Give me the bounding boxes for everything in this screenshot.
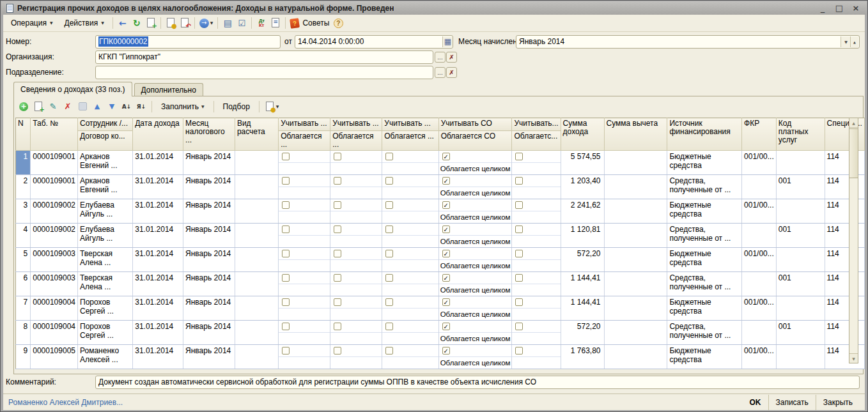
cell-code[interactable]: 001 — [776, 272, 825, 296]
cell-cso[interactable]: ✓Облагается целиком — [438, 224, 512, 248]
cell-date[interactable]: 31.01.2014 — [133, 199, 183, 224]
sort-asc-button[interactable]: А↓ — [120, 100, 133, 114]
help-button[interactable]: ? — [332, 16, 345, 30]
cell-tab[interactable]: 0000109003 — [31, 272, 78, 296]
cell-c1[interactable] — [279, 224, 330, 248]
cell-calc[interactable] — [235, 345, 278, 369]
checkbox-c2[interactable] — [334, 274, 341, 282]
checkbox-c1[interactable] — [282, 250, 290, 257]
cell-c5[interactable] — [512, 151, 561, 175]
cell-fkr[interactable] — [742, 175, 777, 199]
cell-spec[interactable]: 114 — [825, 345, 864, 369]
cancel-posting-button[interactable]: ↶ — [178, 16, 191, 30]
cell-src[interactable]: Средства, полученные от ... — [667, 175, 742, 199]
cell-month[interactable]: Январь 2014 — [183, 151, 235, 175]
checkbox-c2[interactable] — [334, 153, 341, 160]
cell-code[interactable] — [776, 151, 825, 175]
cell-src[interactable]: Средства, полученные от ... — [667, 272, 742, 296]
cell-month[interactable]: Январь 2014 — [183, 248, 235, 272]
organization-clear-icon[interactable]: ✗ — [446, 52, 457, 63]
close-button[interactable]: Закрыть — [816, 395, 860, 410]
department-select-button[interactable]: ... — [435, 67, 446, 78]
cell-emp[interactable]: Арканов Евгений ... — [78, 151, 133, 175]
checkbox-c1[interactable] — [282, 153, 290, 160]
add-row-button[interactable]: + — [17, 100, 30, 114]
checkbox-c3[interactable] — [385, 225, 393, 233]
cell-c5[interactable] — [512, 296, 561, 321]
cell-c3[interactable] — [382, 151, 438, 175]
cell-calc[interactable] — [235, 296, 278, 321]
checkbox-c5[interactable] — [515, 298, 523, 306]
checkbox-c5[interactable] — [515, 177, 523, 185]
cell-month[interactable]: Январь 2014 — [183, 272, 235, 296]
scroll-down-icon[interactable]: ▼ — [849, 353, 858, 363]
cell-c2[interactable] — [330, 151, 382, 175]
cell-c2[interactable] — [330, 272, 382, 296]
checkbox-cso[interactable]: ✓ — [442, 201, 450, 209]
checkbox-c1[interactable] — [282, 201, 290, 209]
move-down-button[interactable]: ▼ — [105, 100, 118, 114]
checkbox-c3[interactable] — [385, 250, 393, 257]
cell-ded[interactable] — [604, 224, 667, 248]
cell-src[interactable]: Бюджетные средства — [667, 199, 742, 224]
cell-calc[interactable] — [235, 321, 278, 345]
move-up-button[interactable]: ▲ — [91, 100, 104, 114]
cell-sum[interactable]: 1 203,40 — [561, 175, 604, 199]
department-field[interactable] — [95, 66, 433, 79]
cell-cso[interactable]: ✓Облагается целиком — [438, 296, 512, 321]
cell-fkr[interactable] — [742, 224, 777, 248]
cell-calc[interactable] — [235, 151, 278, 175]
cell-date[interactable]: 31.01.2014 — [133, 224, 183, 248]
checkbox-c1[interactable] — [282, 347, 290, 355]
calendar-icon[interactable]: ▦ — [442, 36, 453, 47]
comment-field[interactable]: Документ создан автоматически сервисной … — [95, 376, 860, 389]
operation-menu-button[interactable]: Операция ▼ — [6, 16, 58, 30]
cell-c2[interactable] — [330, 345, 382, 369]
row-number-cell[interactable]: 7 — [16, 296, 31, 321]
cell-tab[interactable]: 0000109001 — [31, 151, 78, 175]
cell-c5[interactable] — [512, 199, 561, 224]
cell-c3[interactable] — [382, 296, 438, 321]
row-number-cell[interactable]: 3 — [16, 199, 31, 224]
row-number-cell[interactable]: 8 — [16, 321, 31, 345]
cell-month[interactable]: Январь 2014 — [183, 296, 235, 321]
cell-tab[interactable]: 0000109004 — [31, 296, 78, 321]
cell-c5[interactable] — [512, 272, 561, 296]
cell-emp[interactable]: Елубаева Айгуль ... — [78, 224, 133, 248]
output-button[interactable]: ● ▼ — [263, 100, 281, 114]
dropdown-icon[interactable]: ▼ — [841, 36, 851, 47]
scrollbar-thumb[interactable] — [849, 128, 858, 178]
cell-fkr[interactable]: 001/00... — [742, 199, 777, 224]
cell-date[interactable]: 31.01.2014 — [133, 321, 183, 345]
cell-calc[interactable] — [235, 272, 278, 296]
cell-spec[interactable]: 114 — [825, 321, 864, 345]
cell-ded[interactable] — [604, 272, 667, 296]
list-settings-button[interactable]: ▤ — [221, 16, 234, 30]
cell-src[interactable]: Средства, полученные от ... — [667, 224, 742, 248]
cell-ded[interactable] — [604, 199, 667, 224]
cell-ded[interactable] — [604, 296, 667, 321]
checkbox-c2[interactable] — [334, 201, 341, 209]
cell-cso[interactable]: ✓Облагается целиком — [438, 151, 512, 175]
checkbox-c3[interactable] — [385, 274, 393, 282]
cell-sum[interactable]: 5 574,55 — [561, 151, 604, 175]
cell-date[interactable]: 31.01.2014 — [133, 248, 183, 272]
checkbox-c5[interactable] — [515, 225, 523, 233]
cell-tab[interactable]: 0000109002 — [31, 199, 78, 224]
cell-month[interactable]: Январь 2014 — [183, 345, 235, 369]
go-to-button[interactable]: → ▼ — [198, 16, 215, 30]
cell-c1[interactable] — [279, 345, 330, 369]
cell-spec[interactable]: 114 — [825, 151, 864, 175]
organization-field[interactable]: КГКП "Гиппократ" — [95, 50, 433, 64]
save-button[interactable]: Записать — [768, 395, 816, 410]
checkbox-c5[interactable] — [515, 323, 523, 330]
checkbox-c1[interactable] — [282, 298, 290, 306]
copy-document-button[interactable]: + — [144, 16, 157, 30]
cell-src[interactable]: Средства, полученные от ... — [667, 321, 742, 345]
checkbox-cso[interactable]: ✓ — [442, 323, 450, 330]
row-number-cell[interactable]: 2 — [16, 175, 31, 199]
cell-c5[interactable] — [512, 175, 561, 199]
checkbox-cso[interactable]: ✓ — [442, 177, 450, 185]
actions-menu-button[interactable]: Действия ▼ — [59, 16, 109, 30]
cell-date[interactable]: 31.01.2014 — [133, 272, 183, 296]
